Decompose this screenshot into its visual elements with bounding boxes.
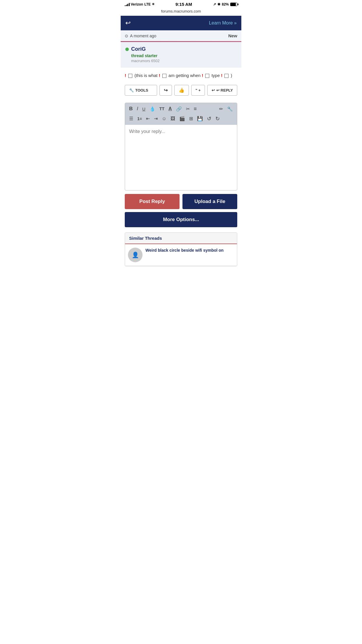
avatar-icon: 👤: [132, 251, 139, 258]
signal-bars: [125, 3, 130, 6]
emoji-button[interactable]: ☺: [160, 115, 168, 123]
toolbar-row-2: ☰ 1≡ ⇤ ⇥ ☺ 🖼 🎬 ⊞ 💾 ↺ ↻: [127, 114, 235, 123]
thread-title: Weird black circle beside wifi symbol on: [145, 248, 224, 253]
toolbar-row-1: B I U 💧 TT A 🔗 ✂ ≡ ✏ 🔧: [127, 105, 235, 113]
banner-arrow-icon: ↩: [125, 19, 131, 27]
share-button[interactable]: ↪: [159, 85, 172, 96]
post-reply-label: Post Reply: [139, 199, 165, 204]
unlink-button[interactable]: ✂: [184, 105, 191, 113]
unordered-list-button[interactable]: ☰: [127, 115, 135, 123]
battery-percent: 82%: [222, 2, 229, 6]
reply-button[interactable]: ↩ ↩ REPLY: [207, 85, 237, 96]
tools-label: TOOLS: [135, 88, 148, 92]
battery-icon: [230, 3, 237, 6]
tools-button[interactable]: 🔧 TOOLS: [125, 85, 157, 96]
bottom-buttons: Post Reply Upload a File More Options...: [125, 194, 237, 230]
action-buttons: 🔧 TOOLS ↪ 👍 " + ↩ ↩ REPLY: [121, 83, 241, 100]
underline-button[interactable]: U: [140, 105, 147, 113]
status-left: Verizon LTE ✳: [125, 2, 154, 6]
quote-plus-button[interactable]: " +: [191, 85, 205, 96]
color-button[interactable]: 💧: [148, 105, 157, 113]
banner-learn-more[interactable]: Learn More »: [209, 20, 237, 26]
font-size-button[interactable]: TT: [158, 105, 166, 112]
bold-button[interactable]: B: [127, 105, 134, 113]
more-options-label: More Options...: [163, 217, 199, 222]
checkbox-4: [224, 74, 229, 78]
italic-button[interactable]: I: [135, 105, 140, 113]
thread-avatar: 👤: [128, 248, 143, 262]
similar-threads-section: Similar Threads 👤 Weird black circle bes…: [125, 232, 237, 266]
url-text: forums.macrumors.com: [161, 9, 201, 13]
post-time: ⊙ A moment ago: [125, 34, 156, 38]
upload-file-label: Upload a File: [194, 199, 225, 204]
checkbox-1: [128, 74, 132, 78]
battery-fill: [231, 3, 236, 6]
share-icon: ↪: [164, 88, 168, 93]
similar-thread-item[interactable]: 👤 Weird black circle beside wifi symbol …: [125, 244, 237, 266]
link-button[interactable]: 🔗: [174, 105, 184, 113]
checkbox-2: [162, 74, 166, 78]
exclamation-1: !: [125, 73, 126, 78]
quote-plus-label: " +: [196, 88, 201, 92]
post-text-2: am getting when: [168, 73, 202, 78]
loading-icon: ✳: [152, 2, 154, 6]
post-content: ! (this is what ! am getting when ! type…: [121, 68, 241, 83]
wrench-toolbar-button[interactable]: 🔧: [225, 105, 235, 113]
signal-bar-4: [129, 3, 130, 6]
ordered-list-button[interactable]: 1≡: [136, 115, 144, 122]
signal-bar-1: [125, 5, 126, 6]
reply-textarea[interactable]: [125, 125, 237, 189]
username[interactable]: CoriG: [131, 46, 146, 52]
pencil-button[interactable]: ✏: [217, 105, 225, 113]
undo-button[interactable]: ↺: [205, 114, 213, 123]
url-bar[interactable]: forums.macrumors.com: [121, 8, 241, 16]
align-button[interactable]: ≡: [192, 105, 199, 113]
post-text-3: type: [212, 73, 221, 78]
save-button[interactable]: 💾: [195, 115, 205, 123]
location-icon: ↗: [213, 2, 216, 6]
like-button[interactable]: 👍: [174, 85, 189, 96]
post-text-4: ): [231, 73, 232, 78]
table-button[interactable]: ⊞: [187, 115, 195, 123]
time-label: 9:15 AM: [175, 2, 192, 7]
signal-bar-3: [127, 4, 128, 6]
checkbox-3: [205, 74, 209, 78]
signal-bar-2: [126, 5, 127, 6]
user-name-row: CoriG: [125, 46, 237, 52]
redo-button[interactable]: ↻: [214, 114, 222, 123]
thumbs-up-icon: 👍: [179, 88, 184, 93]
bottom-row-1: Post Reply Upload a File: [125, 194, 237, 209]
video-button[interactable]: 🎬: [178, 115, 187, 123]
more-options-button[interactable]: More Options...: [125, 212, 237, 227]
post-header: ⊙ A moment ago New: [121, 30, 241, 41]
exclamation-2: !: [159, 73, 160, 78]
similar-threads-header: Similar Threads: [125, 233, 237, 244]
editor-section: B I U 💧 TT A 🔗 ✂ ≡ ✏ 🔧 ☰ 1≡ ⇤ ⇥ ☺ 🖼 🎬 ⊞ …: [125, 103, 237, 190]
exclamation-4: !: [221, 73, 222, 78]
banner-ad[interactable]: ↩ Learn More »: [121, 16, 241, 30]
indent-button[interactable]: ⇥: [152, 115, 159, 123]
editor-toolbar: B I U 💧 TT A 🔗 ✂ ≡ ✏ 🔧 ☰ 1≡ ⇤ ⇥ ☺ 🖼 🎬 ⊞ …: [125, 103, 237, 125]
wrench-icon: 🔧: [129, 88, 134, 92]
post-new-badge: New: [228, 33, 237, 38]
carrier-label: Verizon: [131, 2, 143, 6]
status-bar: Verizon LTE ✳ 9:15 AM ↗ ✱ 82%: [121, 0, 241, 8]
reply-label: ↩ REPLY: [216, 88, 233, 92]
user-role: thread starter: [125, 53, 237, 58]
online-indicator: [125, 48, 129, 51]
reply-icon: ↩: [212, 88, 215, 92]
font-color-button[interactable]: A: [167, 105, 174, 113]
bluetooth-icon: ✱: [217, 2, 220, 6]
status-right: ↗ ✱ 82%: [213, 2, 237, 6]
post-time-label: A moment ago: [130, 34, 156, 38]
user-info: CoriG thread starter macrumors 6502: [121, 42, 241, 68]
exclamation-3: !: [202, 73, 203, 78]
image-button[interactable]: 🖼: [169, 115, 177, 123]
post-text-1: (this is what: [134, 73, 159, 78]
upload-file-button[interactable]: Upload a File: [182, 194, 237, 209]
outdent-button[interactable]: ⇤: [144, 115, 152, 123]
clock-icon: ⊙: [125, 34, 128, 38]
network-label: LTE: [144, 2, 151, 6]
user-rank: macrumors 6502: [125, 59, 237, 63]
post-reply-button[interactable]: Post Reply: [125, 194, 180, 209]
